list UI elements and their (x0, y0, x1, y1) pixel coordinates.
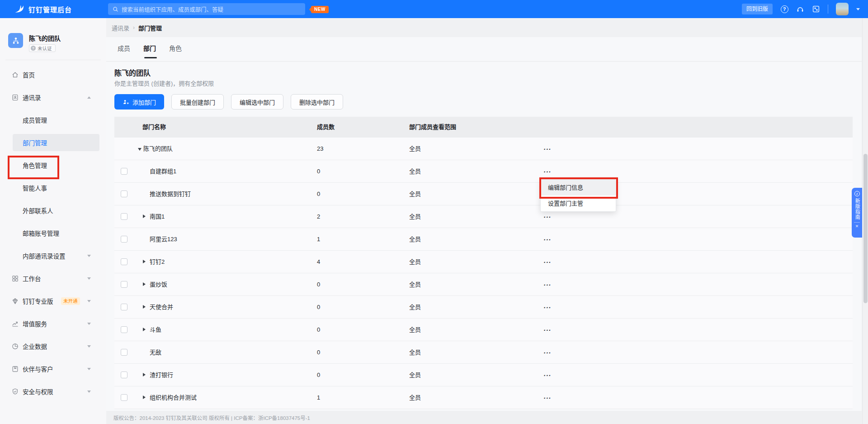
table-row: 钉钉2 4 全员 (114, 251, 853, 273)
not-activated-badge: 未开通 (61, 297, 80, 305)
sidebar-item-home[interactable]: 首页 (0, 63, 106, 86)
row-checkbox[interactable] (121, 213, 127, 220)
sidebar-item-dingtalk-pro[interactable]: 钉钉专业版 未开通 (0, 290, 106, 312)
context-menu-set-department-manager[interactable]: 设置部门主管 (541, 195, 616, 211)
chevron-down-icon (87, 368, 91, 370)
row-checkbox[interactable] (121, 281, 127, 288)
table-row: 推送数据到钉钉 0 全员 (114, 183, 853, 205)
departments-table: 部门名称 成员数 部门成员查看范围 陈飞的团队 23 全员 自建群组1 0 全员 (114, 117, 853, 409)
chevron-down-icon (87, 277, 91, 280)
context-menu-edit-department-info[interactable]: 编辑部门信息 (541, 180, 616, 195)
chevron-down-icon (87, 255, 91, 257)
sidebar-item-smart-hr[interactable]: 智能人事 (0, 176, 106, 199)
customer-service-headset-icon[interactable] (796, 5, 804, 13)
sidebar-item-member-management[interactable]: 成员管理 (0, 109, 106, 131)
tree-collapsed-icon[interactable] (143, 328, 146, 331)
toolbar: 添加部门 批量创建部门 编辑选中部门 删除选中部门 (114, 94, 343, 110)
row-checkbox[interactable] (121, 349, 127, 356)
row-checkbox[interactable] (121, 372, 127, 378)
row-checkbox[interactable] (121, 304, 127, 310)
more-actions-icon[interactable] (544, 212, 552, 219)
tree-collapsed-icon[interactable] (143, 214, 146, 218)
chevron-down-icon (87, 345, 91, 348)
table-row: 南国1 2 全员 (114, 205, 853, 228)
topbar: 钉钉管理后台 搜索当前组织下应用、成员或部门、答疑 NEW 回到旧版 ? (0, 0, 868, 18)
fullscreen-icon[interactable] (812, 5, 820, 13)
new-version-guide-tab[interactable]: i 新版指南 (852, 188, 862, 238)
breadcrumb: 通讯录 › 部门管理 (112, 18, 162, 37)
add-department-icon (123, 99, 129, 105)
more-actions-icon[interactable] (544, 144, 552, 151)
sidebar-item-partners-customers[interactable]: 伙伴与客户 (0, 357, 106, 380)
sidebar-item-security-permissions[interactable]: 安全与权限 (0, 380, 106, 403)
team-card[interactable]: 陈飞的团队 ? 未认证 (8, 33, 61, 52)
batch-create-departments-button[interactable]: 批量创建部门 (171, 94, 224, 110)
add-department-button[interactable]: 添加部门 (114, 94, 164, 110)
global-search-input[interactable]: 搜索当前组织下应用、成员或部门、答疑 (108, 3, 305, 15)
more-actions-icon[interactable] (544, 325, 552, 332)
row-checkbox[interactable] (121, 236, 127, 243)
back-to-old-version-button[interactable]: 回到旧版 (742, 4, 773, 14)
app-logo[interactable]: 钉钉管理后台 (14, 0, 72, 18)
tree-collapsed-icon[interactable] (143, 282, 146, 286)
more-actions-icon[interactable] (544, 280, 552, 286)
more-actions-icon[interactable] (544, 257, 552, 264)
team-name: 陈飞的团队 (29, 33, 61, 43)
tab-roles[interactable]: 角色 (169, 37, 182, 62)
tree-collapsed-icon[interactable] (143, 260, 146, 263)
chevron-up-icon (87, 96, 91, 99)
sidebar-item-mail-account-management[interactable]: 邮箱账号管理 (0, 222, 106, 244)
more-actions-icon[interactable] (544, 348, 552, 354)
close-icon[interactable] (855, 224, 859, 229)
user-avatar[interactable] (836, 3, 849, 15)
row-checkbox[interactable] (121, 394, 127, 401)
tree-collapsed-icon[interactable] (143, 305, 146, 309)
table-row: 自建群组1 0 全员 (114, 160, 853, 183)
breadcrumb-parent[interactable]: 通讯录 (112, 24, 129, 32)
help-icon[interactable]: ? (780, 5, 788, 13)
department-context-menu: 编辑部门信息 设置部门主管 (540, 179, 616, 212)
sidebar-item-enterprise-data[interactable]: 企业数据 (0, 335, 106, 357)
more-actions-icon[interactable] (544, 370, 552, 377)
tree-expanded-icon[interactable] (138, 148, 142, 151)
page-scrollbar[interactable] (862, 18, 868, 424)
row-checkbox[interactable] (121, 326, 127, 333)
more-actions-icon[interactable] (544, 234, 552, 241)
sidebar-item-department-management[interactable]: 部门管理 (0, 131, 106, 154)
scrollbar-thumb[interactable] (863, 154, 868, 303)
info-icon: i (854, 191, 860, 196)
tree-collapsed-icon[interactable] (143, 373, 146, 376)
question-mark-icon: ? (31, 46, 36, 51)
sidebar-item-contacts[interactable]: 通讯录 (0, 86, 106, 109)
sidebar: 陈飞的团队 ? 未认证 首页 (0, 18, 106, 424)
sidebar-item-role-management[interactable]: 角色管理 (0, 154, 106, 176)
more-actions-icon[interactable] (544, 393, 552, 400)
breadcrumb-current: 部门管理 (138, 24, 162, 32)
table-header: 部门名称 成员数 部门成员查看范围 (114, 117, 853, 138)
sidebar-item-internal-contacts-settings[interactable]: 内部通讯录设置 (0, 244, 106, 267)
more-actions-icon[interactable] (544, 167, 552, 173)
diamond-icon (11, 297, 19, 305)
tab-departments[interactable]: 部门 (143, 37, 156, 62)
tab-bar: 成员 部门 角色 (106, 37, 862, 62)
more-actions-icon[interactable] (544, 302, 552, 309)
row-checkbox[interactable] (121, 258, 127, 265)
table-row: 渣打银行 0 全员 (114, 364, 853, 386)
account-chevron-down-icon[interactable] (856, 8, 860, 10)
row-checkbox[interactable] (121, 168, 127, 175)
sidebar-item-value-added-services[interactable]: 增值服务 (0, 312, 106, 335)
footer: 版权公告：2014-2023 钉钉及其关联公司 版权所有 | ICP备案：浙IC… (106, 411, 862, 424)
search-icon (113, 6, 118, 12)
sidebar-item-external-contacts[interactable]: 外部联系人 (0, 199, 106, 222)
sidebar-item-workbench[interactable]: 工作台 (0, 267, 106, 290)
edit-selected-departments-button[interactable]: 编辑选中部门 (231, 94, 283, 110)
sidebar-menu: 首页 通讯录 成员管理 部门管理 角色管理 (0, 63, 106, 403)
delete-selected-departments-button[interactable]: 删除选中部门 (291, 94, 343, 110)
tab-members[interactable]: 成员 (118, 37, 130, 62)
row-checkbox[interactable] (121, 191, 127, 197)
topbar-actions: 回到旧版 ? (742, 0, 860, 18)
app-title: 钉钉管理后台 (28, 5, 72, 14)
tree-collapsed-icon[interactable] (143, 395, 146, 399)
contacts-icon (11, 94, 19, 101)
table-row: 蛋炒饭 0 全员 (114, 273, 853, 296)
